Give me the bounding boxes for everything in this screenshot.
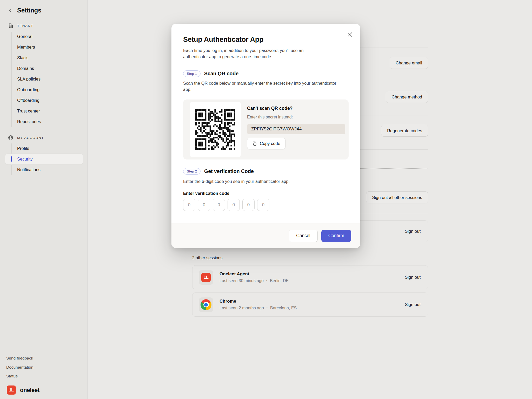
regenerate-codes-button[interactable]: Regenerate codes [381,125,428,137]
sidebar-item-security-label[interactable]: Security [17,154,33,164]
sidebar-item-profile[interactable]: Profile [17,143,29,154]
sidebar-item-domains[interactable]: Domains [17,63,41,74]
section-tenant: TENANT [8,23,33,29]
account-nav-list-2: Notifications [17,164,41,175]
section-label-tenant: TENANT [17,24,33,28]
brand-name: oneleet [20,387,39,394]
confirm-button[interactable]: Confirm [321,230,351,242]
back-button[interactable] [7,7,14,14]
cant-scan-heading: Can't scan QR code? [247,106,292,111]
building-icon [8,23,14,29]
step1-header: Step 1 Scan QR code [183,70,238,77]
documentation-link[interactable]: Documentation [6,365,33,370]
chrome-icon [201,299,211,310]
session-row-oneleet-agent: 1L Oneleet Agent Last seen 30 minus ago … [192,265,428,289]
qr-code-tile [190,102,241,157]
otp-digit-5[interactable] [242,199,255,211]
tenant-guide-line [11,32,12,127]
dot-separator: • [266,279,267,283]
sidebar-item-security[interactable] [5,154,83,164]
tenant-nav-list: General Members Slack Domains SLA polici… [17,31,41,127]
step1-badge: Step 1 [183,70,201,77]
other-sessions-heading: 2 other sessions [192,256,223,260]
status-link[interactable]: Status [6,374,18,378]
otp-digit-6[interactable] [257,199,269,211]
session-icon-tile: 1L [199,270,213,285]
sidebar-header: Settings [7,7,41,14]
copy-icon [252,141,257,146]
step2-heading: Get verfication Code [204,168,254,174]
modal-footer: Cancel Confirm [171,223,360,248]
step2-badge: Step 2 [183,168,201,175]
step2-description: Enter the 6-digit code you see in your a… [183,178,344,185]
step2-header: Step 2 Get verfication Code [183,168,254,175]
sidebar-item-onboarding[interactable]: Onboarding [17,84,41,95]
setup-authenticator-modal: Setup Authenticator App Each time you lo… [171,24,360,248]
enter-secret-label: Enter this secret instead: [247,115,293,119]
current-session-sign-out[interactable]: Sign out [405,229,421,234]
send-feedback-link[interactable]: Send feedback [6,356,33,361]
modal-description: Each time you log in, in addition to you… [183,48,328,60]
settings-sidebar: Settings TENANT General Members Slack Do… [0,0,88,399]
sidebar-item-trust-center[interactable]: Trust center [17,106,41,116]
selected-indicator-bar [11,156,12,162]
secret-key-field: ZPFIY52GITG7WOWJ44 [247,124,345,134]
oneleet-logo-icon: 1L [7,385,16,395]
qr-code-image [195,109,235,150]
session-meta: Last seen 30 minus ago • Berlin, DE [220,278,405,283]
cancel-button[interactable]: Cancel [289,230,317,242]
close-button[interactable] [346,31,354,38]
sidebar-item-notifications[interactable]: Notifications [17,164,41,175]
otp-digit-3[interactable] [213,199,225,211]
session-sign-out[interactable]: Sign out [405,302,421,307]
sidebar-item-offboarding[interactable]: Offboarding [17,95,41,106]
step1-description: Scan the QR code below or manually enter… [183,80,339,93]
sidebar-item-sla-policies[interactable]: SLA policies [17,74,41,84]
change-email-button[interactable]: Change email [390,57,428,69]
session-name: Chrome [220,299,405,304]
modal-title: Setup Authenticator App [183,36,263,44]
session-name: Oneleet Agent [220,271,405,277]
sidebar-item-members[interactable]: Members [17,42,41,52]
section-my-account: MY ACCOUNT [8,135,44,141]
otp-input-row [183,199,269,211]
session-info: Chrome Last seen 2 months ago • Barcelon… [220,299,405,310]
person-icon [8,135,14,141]
account-nav-list: Profile [17,143,29,154]
close-icon [347,32,353,37]
session-icon-tile [199,297,213,312]
sign-out-all-button[interactable]: Sign out all other sessions [366,191,428,203]
sidebar-item-slack[interactable]: Slack [17,52,41,63]
change-method-button[interactable]: Change method [386,91,428,103]
otp-digit-2[interactable] [198,199,210,211]
session-meta: Last seen 2 months ago • Barcelona, ES [220,306,405,310]
session-sign-out[interactable]: Sign out [405,275,421,280]
otp-digit-1[interactable] [183,199,195,211]
section-label-my-account: MY ACCOUNT [17,136,44,140]
session-row-chrome: Chrome Last seen 2 months ago • Barcelon… [192,292,428,317]
copy-code-label: Copy code [260,141,280,146]
copy-code-button[interactable]: Copy code [247,138,285,149]
chevron-left-icon [8,8,12,12]
dot-separator: • [267,306,268,310]
session-info: Oneleet Agent Last seen 30 minus ago • B… [220,271,405,283]
sidebar-item-repositories[interactable]: Repositories [17,116,41,127]
qr-panel: Can't scan QR code? Enter this secret in… [183,99,349,159]
otp-digit-4[interactable] [228,199,240,211]
step1-heading: Scan QR code [204,71,238,77]
page-title: Settings [17,7,41,14]
oneleet-agent-icon: 1L [201,273,211,282]
verification-code-label: Enter verification code [183,191,229,196]
oneleet-brand: 1L oneleet [7,385,39,395]
sidebar-item-general[interactable]: General [17,31,41,42]
